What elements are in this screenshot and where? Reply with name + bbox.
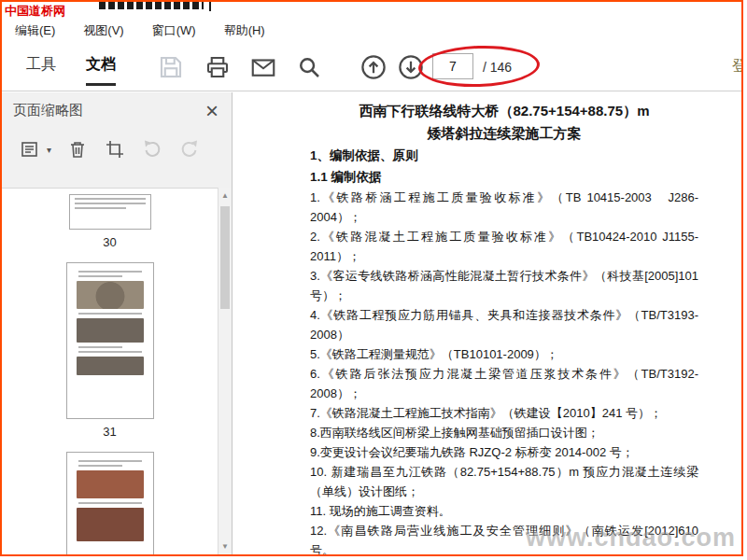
doc-heading-1-1: 1.1 编制依据 xyxy=(310,167,698,188)
thumbnail-list: 30 31 xyxy=(2,188,218,554)
thumbnail-toolbar: ▾ xyxy=(2,125,232,170)
doc-item: 4.《铁路工程预应力筋用锚具、夹具和连接器技术条件》（TB/T3193-2008… xyxy=(310,305,698,344)
thumbnail-page-32[interactable] xyxy=(66,452,154,554)
page-down-icon[interactable] xyxy=(397,53,425,81)
doc-item: 7.《铁路混凝土工程施工技术指南》（铁建设【2010】241 号）； xyxy=(310,403,698,423)
thumbnail-photo xyxy=(77,357,144,375)
doc-item: 10. 新建瑞昌至九江铁路（82.75+154+88.75）m 预应力混凝土连续… xyxy=(310,462,698,501)
login-button[interactable]: 登 xyxy=(732,57,743,77)
save-icon[interactable] xyxy=(157,53,185,81)
thumbnail-caption-30: 30 xyxy=(2,235,218,249)
print-icon[interactable] xyxy=(204,53,232,81)
document-viewport[interactable]: 西南下行联络线特大桥（82.75+154+88.75）m 矮塔斜拉连续梁施工方案… xyxy=(233,92,741,554)
doc-title-line1: 西南下行联络线特大桥（82.75+154+88.75）m xyxy=(310,100,698,122)
toolbar: 工具 文档 / 146 登 xyxy=(2,43,741,91)
menu-edit[interactable]: 编辑(E) xyxy=(15,22,55,39)
doc-title-line2: 矮塔斜拉连续梁施工方案 xyxy=(310,122,698,145)
doc-item: 8.西南联络线区间桥梁上接触网基础预留插口设计图； xyxy=(310,423,698,442)
thumbnail-photo xyxy=(77,318,144,343)
doc-item: 3.《客运专线铁路桥涵高性能混凝土暂行技术条件》（科技基[2005]101 号）… xyxy=(310,266,698,305)
thumbnail-caption-31: 31 xyxy=(2,425,218,439)
doc-item: 2.《铁路混凝土工程施工质量验收标准》（TB10424-2010 J1155-2… xyxy=(310,227,698,266)
thumbnail-panel: 页面缩略图 × ▾ xyxy=(2,92,233,554)
watermark-bottom-right: www.cndao.com xyxy=(526,524,736,553)
doc-heading-1: 1、编制依据、原则 xyxy=(310,146,698,166)
menu-bar: 编辑(E) 视图(V) 窗口(W) 帮助(H) xyxy=(2,18,741,43)
tab-tools[interactable]: 工具 xyxy=(26,55,56,83)
email-icon[interactable] xyxy=(249,53,277,81)
dropdown-caret-icon[interactable]: ▾ xyxy=(47,145,51,155)
close-icon[interactable]: × xyxy=(205,103,218,119)
rotate-left-icon[interactable] xyxy=(141,138,163,161)
window-title-cursor xyxy=(209,2,211,11)
page-total-label: / 146 xyxy=(483,60,512,75)
window-title-clipped xyxy=(99,2,204,9)
page-up-icon[interactable] xyxy=(359,53,388,81)
thumbnail-page-31[interactable] xyxy=(66,262,154,419)
panel-title: 页面缩略图 xyxy=(13,102,83,119)
trash-icon[interactable] xyxy=(66,138,89,161)
scrollbar-thumb[interactable] xyxy=(220,206,230,309)
title-bar: 中国道桥网 xyxy=(2,2,741,18)
scroll-up-icon[interactable]: ▲ xyxy=(218,191,232,200)
thumbnail-panel-header: 页面缩略图 × xyxy=(2,92,232,125)
tab-document[interactable]: 文档 xyxy=(86,55,116,86)
app-window: 中国道桥网 编辑(E) 视图(V) 窗口(W) 帮助(H) 工具 文档 xyxy=(0,0,743,556)
scroll-down-icon[interactable]: ▼ xyxy=(218,542,232,551)
doc-item: 1.《铁路桥涵工程施工质量验收标准》（TB 10415-2003 J286-20… xyxy=(310,188,698,227)
thumbnail-options-icon[interactable] xyxy=(19,138,41,161)
thumbnail-page-30[interactable] xyxy=(69,194,151,230)
thumbnail-photo xyxy=(77,281,144,309)
thumbnail-photo xyxy=(77,470,144,498)
thumbnail-photo xyxy=(77,508,144,541)
doc-item: 9.变更设计会议纪要瑞九铁路 RJZQ-2 标桥变 2014-002 号； xyxy=(310,442,698,462)
doc-item: 6.《铁路后张法预应力混凝土梁管道压浆技术条件》（TB/T3192-2008）； xyxy=(310,364,698,403)
crop-icon[interactable] xyxy=(104,138,126,161)
document-page: 西南下行联络线特大桥（82.75+154+88.75）m 矮塔斜拉连续梁施工方案… xyxy=(310,100,698,554)
doc-item: 11. 现场的施工调查资料。 xyxy=(310,501,698,521)
app-body: 页面缩略图 × ▾ xyxy=(2,92,741,554)
search-icon[interactable] xyxy=(295,53,323,81)
rotate-right-icon[interactable] xyxy=(178,138,201,161)
menu-window[interactable]: 窗口(W) xyxy=(152,22,196,39)
thumbnail-scrollbar[interactable]: ▲ ▼ xyxy=(218,188,232,554)
menu-help[interactable]: 帮助(H) xyxy=(224,22,265,39)
page-number-input[interactable] xyxy=(432,53,473,79)
doc-item: 5.《铁路工程测量规范》（TB10101-2009）； xyxy=(310,344,698,364)
menu-view[interactable]: 视图(V) xyxy=(83,22,123,39)
